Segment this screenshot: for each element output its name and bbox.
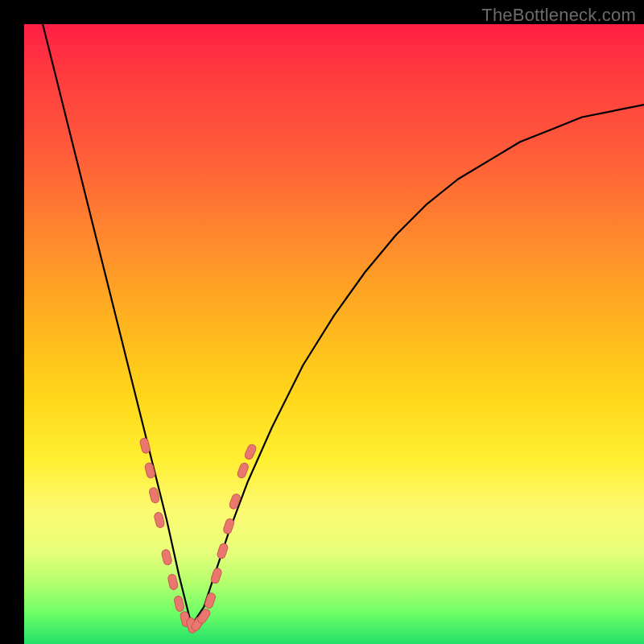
data-marker	[229, 493, 242, 510]
data-marker	[237, 462, 250, 479]
data-marker	[222, 518, 234, 535]
data-marker	[210, 568, 222, 584]
data-marker	[174, 596, 185, 613]
data-marker	[144, 462, 155, 479]
watermark-text: TheBottleneck.com	[481, 5, 636, 26]
data-marker	[204, 592, 216, 609]
data-marker	[244, 444, 258, 460]
data-marker	[217, 543, 229, 559]
data-marker	[161, 549, 172, 566]
bottleneck-curve	[43, 24, 644, 625]
curve-layer	[24, 24, 644, 644]
data-marker	[139, 437, 151, 454]
plot-area	[24, 24, 644, 644]
data-marker	[167, 574, 179, 591]
data-marker	[154, 512, 165, 529]
chart-frame: TheBottleneck.com	[0, 0, 644, 644]
